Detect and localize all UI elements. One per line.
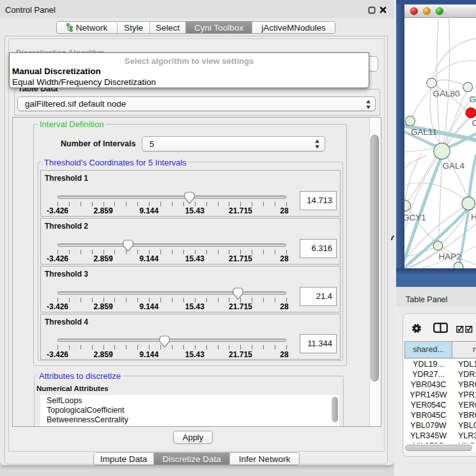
svg-text:GAL11: GAL11 xyxy=(411,127,437,137)
svg-text:H: H xyxy=(471,212,476,222)
svg-text:GCY1: GCY1 xyxy=(404,213,426,222)
svg-text:HAP2: HAP2 xyxy=(438,252,461,261)
svg-text:GAL4: GAL4 xyxy=(442,161,464,171)
svg-text:C: C xyxy=(472,118,476,128)
svg-text:GAL80: GAL80 xyxy=(433,89,459,98)
svg-text:GA: GA xyxy=(469,95,476,104)
